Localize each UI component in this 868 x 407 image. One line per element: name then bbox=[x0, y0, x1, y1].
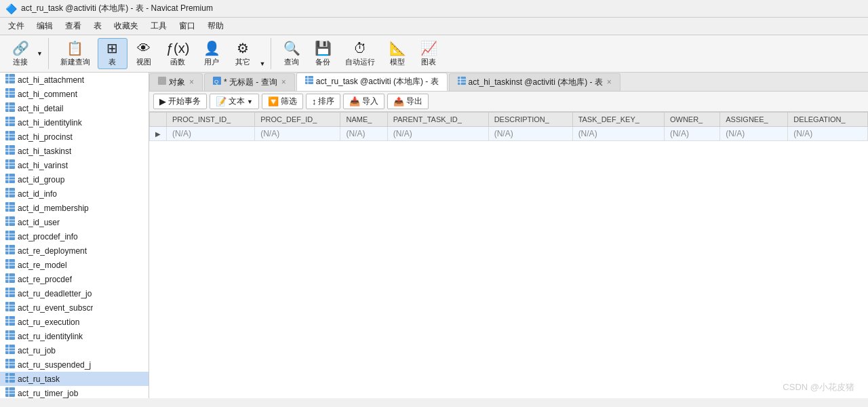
menu-item-编辑[interactable]: 编辑 bbox=[31, 19, 58, 33]
table-cell-0-1: (N/A) bbox=[255, 127, 340, 141]
sidebar-item-act-hi-varinst[interactable]: act_hi_varinst bbox=[0, 158, 149, 172]
column-header-description_: DESCRIPTION_ bbox=[488, 113, 572, 127]
sidebar-item-label: act_ru_event_subscr bbox=[18, 303, 93, 313]
tab-hi_taskinst[interactable]: act_hi_taskinst @activiti (本地库) - 表× bbox=[449, 73, 620, 91]
sidebar-item-label: act_procdef_info bbox=[18, 232, 78, 241]
sidebar-item-act-id-user[interactable]: act_id_user bbox=[0, 215, 149, 229]
filter-button[interactable]: 🔽筛选 bbox=[262, 94, 303, 109]
sidebar-item-act-ru-job[interactable]: act_ru_job bbox=[0, 343, 149, 357]
table-cell-0-5: (N/A) bbox=[572, 127, 664, 141]
sidebar-item-act-ru-timer-job[interactable]: act_ru_timer_job bbox=[0, 386, 149, 398]
backup-button[interactable]: 💾备份 bbox=[308, 38, 338, 69]
autorun-button[interactable]: ⏱自动运行 bbox=[339, 38, 381, 69]
sidebar-item-act-ru-event-subscr[interactable]: act_ru_event_subscr bbox=[0, 301, 149, 315]
sidebar-item-act-ru-suspended-j[interactable]: act_ru_suspended_j bbox=[0, 357, 149, 372]
svg-rect-16 bbox=[5, 131, 15, 140]
title-text: act_ru_task @activiti (本地库) - 表 - Navica… bbox=[21, 3, 213, 14]
main-layout: act_hi_attachment act_hi_comment act_hi_… bbox=[0, 73, 868, 398]
sidebar-item-act-hi-comment[interactable]: act_hi_comment bbox=[0, 87, 149, 101]
menu-item-表[interactable]: 表 bbox=[88, 19, 107, 33]
column-header-task_def_key_: TASK_DEF_KEY_ bbox=[572, 113, 664, 127]
import-button-icon: 📥 bbox=[349, 96, 360, 106]
tab-close-hi_taskinst[interactable]: × bbox=[607, 77, 612, 87]
svg-rect-72 bbox=[5, 330, 15, 340]
menu-item-收藏夹[interactable]: 收藏夹 bbox=[108, 19, 144, 33]
menu-item-文件[interactable]: 文件 bbox=[3, 19, 30, 33]
tab-objects[interactable]: 对象× bbox=[149, 73, 203, 91]
sidebar-item-act-ru-execution[interactable]: act_ru_execution bbox=[0, 315, 149, 329]
table-icon bbox=[5, 245, 15, 256]
table-button-icon: ⊞ bbox=[106, 40, 118, 56]
tab-ru_task[interactable]: act_ru_task @activiti (本地库) - 表 bbox=[296, 73, 448, 91]
connect-dropdown-icon[interactable]: ▼ bbox=[37, 50, 43, 57]
sidebar-item-act-id-info[interactable]: act_id_info bbox=[0, 187, 149, 201]
tab-close-query[interactable]: × bbox=[281, 77, 286, 87]
import-button[interactable]: 📥导入 bbox=[343, 94, 384, 109]
sidebar-item-act-hi-procinst[interactable]: act_hi_procinst bbox=[0, 130, 149, 144]
new-query-button[interactable]: 📋新建查询 bbox=[54, 38, 96, 69]
sidebar-item-act-re-model[interactable]: act_re_model bbox=[0, 258, 149, 272]
model-button-icon: 📐 bbox=[389, 40, 406, 56]
toolbar-group-main: 📋新建查询⊞表👁视图ƒ(x)函数👤用户⚙其它▼ bbox=[54, 38, 271, 69]
menu-item-工具[interactable]: 工具 bbox=[145, 19, 172, 33]
table-row[interactable]: ▶(N/A)(N/A)(N/A)(N/A)(N/A)(N/A)(N/A)(N/A… bbox=[150, 127, 868, 141]
content-area: 对象×Q* 无标题 - 查询× act_ru_task @activiti (本… bbox=[149, 73, 868, 398]
function-button[interactable]: ƒ(x)函数 bbox=[160, 38, 195, 69]
other-button-icon: ⚙ bbox=[237, 40, 249, 56]
view-button[interactable]: 👁视图 bbox=[129, 38, 159, 69]
sidebar-item-label: act_id_user bbox=[18, 218, 60, 227]
svg-rect-76 bbox=[5, 345, 15, 354]
sub-toolbar: ▶开始事务📝文本▼🔽筛选↕排序📥导入📤导出 bbox=[149, 92, 868, 112]
connect-icon: 🔗 bbox=[12, 40, 29, 56]
query-button-label: 查询 bbox=[284, 57, 299, 67]
chart-button[interactable]: 📈图表 bbox=[414, 38, 443, 69]
other-button[interactable]: ⚙其它 bbox=[228, 38, 258, 69]
sidebar-item-act-ru-task[interactable]: act_ru_task bbox=[0, 372, 149, 386]
table-icon bbox=[5, 273, 15, 285]
sidebar-item-act-ru-identitylink[interactable]: act_ru_identitylink bbox=[0, 329, 149, 343]
tab-icon-query: Q bbox=[213, 77, 221, 87]
query-button[interactable]: 🔍查询 bbox=[277, 38, 307, 69]
sidebar-item-act-hi-attachment[interactable]: act_hi_attachment bbox=[0, 73, 149, 87]
sidebar-item-act-hi-detail[interactable]: act_hi_detail bbox=[0, 101, 149, 115]
other-dropdown-icon[interactable]: ▼ bbox=[259, 60, 265, 67]
user-button[interactable]: 👤用户 bbox=[197, 38, 226, 69]
text-button[interactable]: 📝文本▼ bbox=[210, 94, 259, 109]
sidebar-item-act-re-deployment[interactable]: act_re_deployment bbox=[0, 244, 149, 258]
text-button-arrow-icon[interactable]: ▼ bbox=[247, 98, 253, 105]
table-button[interactable]: ⊞表 bbox=[98, 38, 127, 69]
sidebar-item-act-id-group[interactable]: act_id_group bbox=[0, 172, 149, 187]
sidebar-item-act-procdef-info[interactable]: act_procdef_info bbox=[0, 229, 149, 244]
svg-rect-8 bbox=[5, 102, 15, 112]
model-button[interactable]: 📐模型 bbox=[382, 38, 412, 69]
table-icon bbox=[5, 145, 15, 157]
table-icon bbox=[5, 202, 15, 214]
backup-button-label: 备份 bbox=[315, 57, 330, 67]
sidebar-item-act-hi-taskinst[interactable]: act_hi_taskinst bbox=[0, 144, 149, 158]
sidebar-item-act-hi-identitylink[interactable]: act_hi_identitylink bbox=[0, 115, 149, 130]
tab-query[interactable]: Q* 无标题 - 查询× bbox=[204, 73, 295, 91]
tab-close-objects[interactable]: × bbox=[189, 77, 194, 87]
table-icon bbox=[5, 373, 15, 385]
svg-rect-0 bbox=[5, 74, 15, 83]
svg-rect-4 bbox=[5, 88, 15, 98]
menu-item-帮助[interactable]: 帮助 bbox=[202, 19, 229, 33]
menu-item-窗口[interactable]: 窗口 bbox=[174, 19, 201, 33]
filter-button-icon: 🔽 bbox=[268, 96, 279, 106]
export-button[interactable]: 📤导出 bbox=[387, 94, 429, 109]
sidebar-item-label: act_hi_taskinst bbox=[18, 147, 71, 156]
begin-transaction-button-icon: ▶ bbox=[159, 96, 166, 106]
sidebar-item-label: act_hi_varinst bbox=[18, 161, 68, 170]
connect-button[interactable]: 🔗连接 bbox=[5, 38, 35, 69]
export-button-label: 导出 bbox=[406, 96, 422, 107]
table-icon bbox=[5, 302, 15, 313]
user-button-label: 用户 bbox=[204, 57, 219, 67]
sort-button[interactable]: ↕排序 bbox=[306, 94, 341, 109]
table-icon bbox=[5, 88, 15, 100]
begin-transaction-button[interactable]: ▶开始事务 bbox=[153, 94, 207, 109]
chart-button-icon: 📈 bbox=[420, 40, 437, 56]
sidebar-item-act-re-procdef[interactable]: act_re_procdef bbox=[0, 272, 149, 286]
menu-item-查看[interactable]: 查看 bbox=[60, 19, 87, 33]
sidebar-item-act-ru-deadletter-jo[interactable]: act_ru_deadletter_jo bbox=[0, 286, 149, 301]
sidebar-item-act-id-membership[interactable]: act_id_membership bbox=[0, 201, 149, 215]
